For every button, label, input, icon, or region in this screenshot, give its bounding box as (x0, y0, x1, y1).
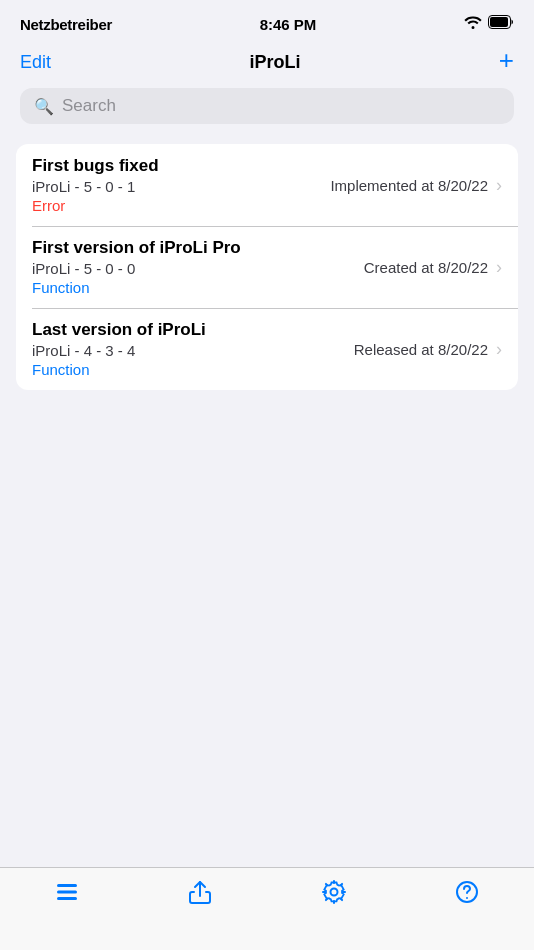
status-bar: Netzbetreiber 8:46 PM (0, 0, 534, 44)
item-title: First version of iProLi Pro (32, 238, 328, 258)
tab-help[interactable] (401, 878, 535, 910)
add-button[interactable]: + (499, 47, 514, 73)
edit-button[interactable]: Edit (20, 52, 51, 73)
list-item-content: Last version of iProLi iProLi - 4 - 3 - … (32, 320, 328, 378)
search-placeholder: Search (62, 96, 116, 116)
tab-list[interactable] (0, 878, 134, 910)
tab-gear[interactable] (267, 878, 401, 910)
wifi-icon (464, 15, 482, 33)
list-container: First bugs fixed iProLi - 5 - 0 - 1 Erro… (16, 144, 518, 390)
item-title: Last version of iProLi (32, 320, 328, 340)
svg-rect-4 (57, 897, 77, 900)
item-date: Released at 8/20/22 (354, 341, 488, 358)
status-icons (464, 15, 514, 33)
svg-point-7 (466, 897, 468, 899)
list-item[interactable]: Last version of iProLi iProLi - 4 - 3 - … (16, 308, 518, 390)
tab-bar (0, 867, 534, 950)
item-right: Released at 8/20/22 (328, 341, 488, 358)
svg-rect-2 (57, 884, 77, 887)
tab-share[interactable] (134, 878, 268, 910)
item-right: Created at 8/20/22 (328, 259, 488, 276)
chevron-icon: › (496, 339, 502, 360)
battery-icon (488, 15, 514, 33)
item-date: Implemented at 8/20/22 (330, 177, 488, 194)
item-tag: Function (32, 361, 328, 378)
nav-title: iProLi (249, 52, 300, 73)
svg-point-5 (330, 889, 337, 896)
item-title: First bugs fixed (32, 156, 328, 176)
chevron-icon: › (496, 175, 502, 196)
chevron-icon: › (496, 257, 502, 278)
question-icon (453, 878, 481, 910)
list-item[interactable]: First bugs fixed iProLi - 5 - 0 - 1 Erro… (16, 144, 518, 226)
item-tag: Error (32, 197, 328, 214)
list-item-content: First bugs fixed iProLi - 5 - 0 - 1 Erro… (32, 156, 328, 214)
item-version: iProLi - 5 - 0 - 1 (32, 178, 328, 195)
item-right: Implemented at 8/20/22 (328, 177, 488, 194)
carrier-label: Netzbetreiber (20, 16, 112, 33)
search-bar[interactable]: 🔍 Search (20, 88, 514, 124)
item-version: iProLi - 5 - 0 - 0 (32, 260, 328, 277)
item-date: Created at 8/20/22 (364, 259, 488, 276)
share-icon (186, 878, 214, 910)
gear-icon (320, 878, 348, 910)
svg-rect-1 (490, 17, 508, 27)
item-version: iProLi - 4 - 3 - 4 (32, 342, 328, 359)
item-tag: Function (32, 279, 328, 296)
list-icon (53, 878, 81, 910)
search-icon: 🔍 (34, 97, 54, 116)
search-container: 🔍 Search (0, 88, 534, 136)
time-label: 8:46 PM (260, 16, 317, 33)
list-item[interactable]: First version of iProLi Pro iProLi - 5 -… (16, 226, 518, 308)
svg-rect-3 (57, 891, 77, 894)
nav-bar: Edit iProLi + (0, 44, 534, 88)
list-item-content: First version of iProLi Pro iProLi - 5 -… (32, 238, 328, 296)
